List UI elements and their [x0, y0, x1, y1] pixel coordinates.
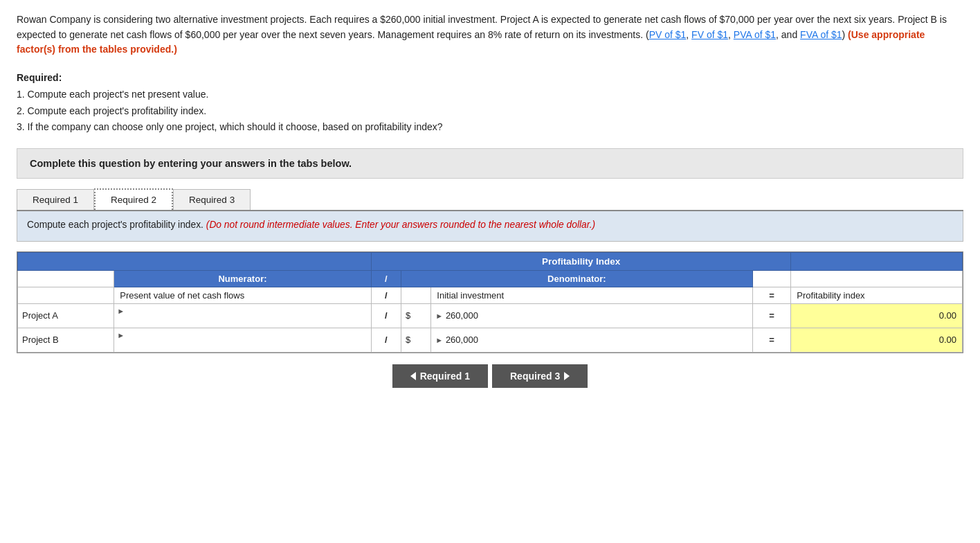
- table-header-row: Profitability Index: [18, 252, 963, 270]
- project-a-label: Project A: [18, 303, 114, 328]
- project-b-dollar: $: [401, 328, 431, 352]
- subheader-equals-empty: [752, 270, 791, 287]
- header-empty-right: [791, 252, 963, 270]
- fva-link[interactable]: FVA of $1: [800, 29, 842, 40]
- project-b-result: 0.00: [791, 328, 963, 352]
- pv-link[interactable]: PV of $1: [649, 29, 687, 40]
- label-numerator: Present value of net cash flows: [114, 287, 371, 303]
- label-equals: =: [752, 287, 791, 303]
- next-button-label: Required 3: [510, 371, 560, 382]
- project-a-arrow: ►: [117, 307, 125, 315]
- project-b-equals: =: [752, 328, 791, 352]
- project-b-denom-arrow: ►: [435, 336, 443, 344]
- project-a-result: 0.00: [791, 303, 963, 328]
- required-section: Required: 1. Compute each project's net …: [17, 70, 963, 136]
- project-b-numerator-cell[interactable]: ►: [114, 328, 371, 352]
- required-header: Required:: [17, 70, 963, 87]
- project-a-equals: =: [752, 303, 791, 328]
- tab-content-area: Compute each project's profitability ind…: [17, 211, 963, 242]
- tab-main-text: Compute each project's profitability ind…: [27, 220, 203, 230]
- table-row-project-b: Project B ► / $ ► 260,000 = 0.00: [18, 328, 963, 352]
- project-a-numerator-cell[interactable]: ►: [114, 303, 371, 328]
- subheader-slash: /: [371, 270, 401, 287]
- header-empty-left: [18, 252, 372, 270]
- project-b-label: Project B: [18, 328, 114, 352]
- pva-link[interactable]: PVA of $1: [734, 29, 776, 40]
- table-label-row: Present value of net cash flows / Initia…: [18, 287, 963, 303]
- label-result: Profitability index: [791, 287, 963, 303]
- project-a-slash: /: [371, 303, 401, 328]
- project-a-dollar: $: [401, 303, 431, 328]
- header-title: Profitability Index: [371, 252, 791, 270]
- subheader-result-empty: [791, 270, 963, 287]
- project-a-denom-arrow: ►: [435, 312, 443, 320]
- prev-button-label: Required 1: [420, 371, 470, 382]
- tab-required-1[interactable]: Required 1: [17, 189, 94, 210]
- tab-required-3[interactable]: Required 3: [173, 189, 251, 210]
- project-b-denominator-value: 260,000: [446, 335, 478, 345]
- next-button[interactable]: Required 3: [492, 364, 588, 388]
- subheader-numerator: Numerator:: [114, 270, 371, 287]
- required-item-1: 1. Compute each project's net present va…: [17, 87, 963, 103]
- profitability-index-table: Profitability Index Numerator: / Denomin…: [17, 252, 963, 353]
- project-a-denominator-value: 260,000: [446, 310, 478, 321]
- project-a-numerator-input[interactable]: [117, 316, 368, 326]
- subheader-empty: [18, 270, 114, 287]
- complete-box: Complete this question by entering your …: [17, 148, 963, 179]
- subheader-denominator: Denominator:: [401, 270, 753, 287]
- required-item-3: 3. If the company can choose only one pr…: [17, 119, 963, 136]
- prev-arrow-icon: [410, 372, 416, 380]
- required-item-2: 2. Compute each project's profitability …: [17, 103, 963, 120]
- project-b-slash: /: [371, 328, 401, 352]
- project-b-numerator-input[interactable]: [117, 340, 368, 350]
- tab-note: (Do not round intermediate values. Enter…: [206, 220, 595, 230]
- fv-link[interactable]: FV of $1: [691, 29, 728, 40]
- label-dollar-empty: [401, 287, 431, 303]
- project-b-arrow: ►: [117, 331, 125, 339]
- tab-required-2[interactable]: Required 2: [94, 188, 173, 210]
- prev-button[interactable]: Required 1: [392, 364, 488, 388]
- label-slash: /: [371, 287, 401, 303]
- tabs-row: Required 1 Required 2 Required 3: [17, 188, 963, 211]
- label-denominator: Initial investment: [431, 287, 752, 303]
- table-row-project-a: Project A ► / $ ► 260,000 = 0.00: [18, 303, 963, 328]
- profitability-index-table-wrapper: Profitability Index Numerator: / Denomin…: [17, 251, 963, 353]
- intro-paragraph: Rowan Company is considering two alterna…: [17, 12, 963, 57]
- next-arrow-icon: [564, 372, 570, 380]
- table-subheader-row: Numerator: / Denominator:: [18, 270, 963, 287]
- nav-buttons-row: Required 1 Required 3: [17, 364, 963, 388]
- label-row-project-empty: [18, 287, 114, 303]
- project-a-denominator-cell: ► 260,000: [431, 303, 752, 328]
- project-b-denominator-cell: ► 260,000: [431, 328, 752, 352]
